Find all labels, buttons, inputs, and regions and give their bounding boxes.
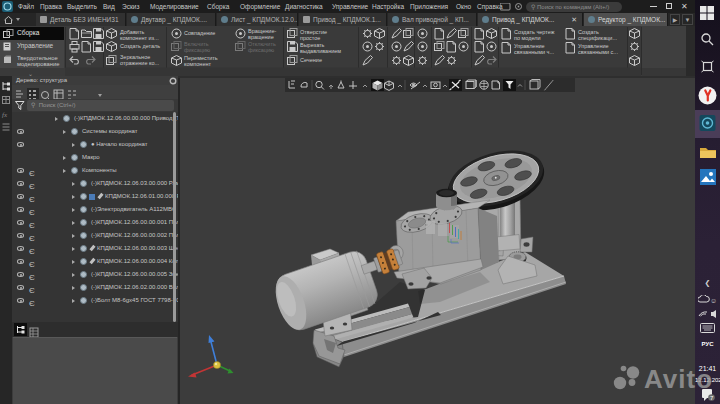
svg-text:fx: fx — [2, 111, 8, 119]
svg-text:☺: ☺ — [710, 297, 717, 304]
svg-text:Avito: Avito — [644, 364, 713, 394]
